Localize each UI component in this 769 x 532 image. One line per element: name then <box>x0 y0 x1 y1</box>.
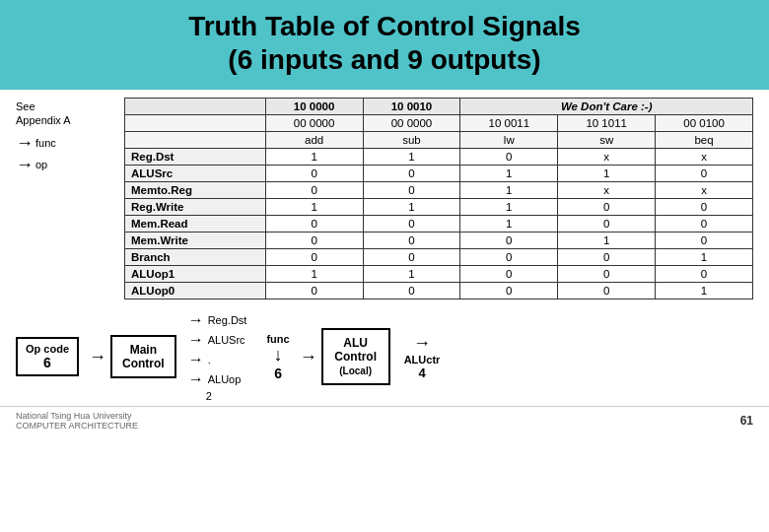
op-name-add: add <box>265 132 363 149</box>
table-row: ALUop111000 <box>125 266 753 283</box>
table-row: Reg.Write11100 <box>125 199 753 216</box>
page-number: 61 <box>740 414 753 428</box>
cell-2-0: 0 <box>265 182 363 199</box>
cell-3-0: 1 <box>265 199 363 216</box>
row-label-alusrc: ALUSrc <box>125 166 266 182</box>
cell-3-3: 0 <box>558 199 656 216</box>
signal-alusrc: → ALUSrc <box>188 331 247 349</box>
func-to-alu: → ALU Control (Local) <box>300 328 390 385</box>
op-code-box: Op code 6 <box>16 337 79 376</box>
cell-3-1: 1 <box>363 199 460 216</box>
truth-table-container: 10 0000 10 0010 We Don't Care :-) 00 000… <box>124 98 753 299</box>
aluctr-arrow: → <box>413 333 431 354</box>
alu-control-box: ALU Control (Local) <box>321 328 390 385</box>
row-label-regdst: Reg.Dst <box>125 149 266 166</box>
cell-1-3: 1 <box>558 166 656 182</box>
table-row: ALUop000001 <box>125 283 753 299</box>
signal-regdst: → Reg.Dst <box>188 311 247 329</box>
cell-8-3: 0 <box>558 283 656 299</box>
table-row: ALUSrc00110 <box>125 166 753 182</box>
signals-output: → Reg.Dst → ALUSrc → . → ALUop 2 <box>188 311 247 402</box>
empty-header <box>125 99 266 115</box>
row-label-regwrite: Reg.Write <box>125 199 266 216</box>
op-name-sub: sub <box>363 132 460 149</box>
arrow-dot: → <box>188 351 204 368</box>
cell-0-3: x <box>558 149 656 166</box>
func-value: 6 <box>274 366 282 381</box>
table-row: Memto.Reg001xx <box>125 182 753 199</box>
cell-7-1: 1 <box>363 266 460 283</box>
cell-3-4: 0 <box>656 199 753 216</box>
col-header-2: 10 0010 <box>363 99 460 115</box>
dept-name: COMPUTER ARCHITECTURE <box>16 421 138 431</box>
signal-dot: → . <box>188 351 247 368</box>
cell-7-0: 1 <box>265 266 363 283</box>
func-box: func ↓ 6 <box>266 333 289 381</box>
col-header-we-dont-care: We Don't Care :-) <box>460 99 753 115</box>
op-to-main-arrow: → <box>89 347 106 367</box>
cell-4-2: 1 <box>460 216 558 233</box>
label-aluop: ALUop <box>208 373 242 385</box>
bottom-section: Op code 6 → Main Control → Reg.Dst → ALU… <box>0 303 769 402</box>
truth-table: 10 0000 10 0010 We Don't Care :-) 00 000… <box>124 98 753 299</box>
cell-3-2: 1 <box>460 199 558 216</box>
cell-2-1: 0 <box>363 182 460 199</box>
see-appendix-label: See Appendix A <box>16 100 71 128</box>
cell-5-0: 0 <box>265 233 363 249</box>
footer: National Tsing Hua University COMPUTER A… <box>0 406 769 432</box>
aluctr-value: 4 <box>418 366 425 380</box>
cell-4-4: 0 <box>656 216 753 233</box>
op-code-value: 6 <box>26 355 69 370</box>
op-name-sw: sw <box>558 132 656 149</box>
row-label-aluop1: ALUop1 <box>125 266 266 283</box>
sub-header-3: 10 1011 <box>558 115 656 132</box>
cell-5-3: 1 <box>558 233 656 249</box>
label-alusrc: ALUSrc <box>208 334 245 346</box>
row-label-memread: Mem.Read <box>125 216 266 233</box>
cell-6-4: 1 <box>656 249 753 266</box>
cell-5-1: 0 <box>363 233 460 249</box>
arrow-alusrc: → <box>188 331 204 349</box>
table-row: Mem.Write00010 <box>125 233 753 249</box>
cell-5-4: 0 <box>656 233 753 249</box>
cell-0-1: 1 <box>363 149 460 166</box>
col-header-row: 10 0000 10 0010 We Don't Care :-) <box>125 99 753 115</box>
cell-2-2: 1 <box>460 182 558 199</box>
cell-1-2: 1 <box>460 166 558 182</box>
table-row: Mem.Read00100 <box>125 216 753 233</box>
cell-1-4: 0 <box>656 166 753 182</box>
main-control-box: Main Control <box>110 335 176 378</box>
cell-4-3: 0 <box>558 216 656 233</box>
op-name-beq: beq <box>656 132 753 149</box>
left-labels: See Appendix A → func → op <box>16 98 114 299</box>
page-title: Truth Table of Control Signals (6 inputs… <box>20 10 749 76</box>
table-body: Reg.Dst110xxALUSrc00110Memto.Reg001xxReg… <box>125 149 753 299</box>
cell-6-3: 0 <box>558 249 656 266</box>
arrow-aluop: → <box>188 370 204 388</box>
cell-7-4: 0 <box>656 266 753 283</box>
label-dot: . <box>208 354 211 366</box>
func-label-bottom: func <box>266 333 289 345</box>
func-arrow-down: ↓ <box>274 345 283 366</box>
cell-4-1: 0 <box>363 216 460 233</box>
label-regdst: Reg.Dst <box>208 314 247 326</box>
university-name: National Tsing Hua University <box>16 411 138 421</box>
row-label-aluop0: ALUop0 <box>125 283 266 299</box>
func-to-alu-arrow: → <box>300 347 317 367</box>
op-names-empty <box>125 132 266 149</box>
aluctr-box: → ALUctr 4 <box>404 333 441 380</box>
cell-4-0: 0 <box>265 216 363 233</box>
cell-7-3: 0 <box>558 266 656 283</box>
sub-header-2: 10 0011 <box>460 115 558 132</box>
cell-8-4: 1 <box>656 283 753 299</box>
op-label: op <box>35 159 47 170</box>
cell-6-0: 0 <box>265 249 363 266</box>
cell-5-2: 0 <box>460 233 558 249</box>
header: Truth Table of Control Signals (6 inputs… <box>0 0 769 90</box>
row-label-branch: Branch <box>125 249 266 266</box>
aluctr-label: ALUctr <box>404 354 441 366</box>
sub-header-row: 00 0000 00 0000 10 0011 10 1011 00 0100 <box>125 115 753 132</box>
cell-6-2: 0 <box>460 249 558 266</box>
sub-header-4: 00 0100 <box>656 115 753 132</box>
cell-0-0: 1 <box>265 149 363 166</box>
